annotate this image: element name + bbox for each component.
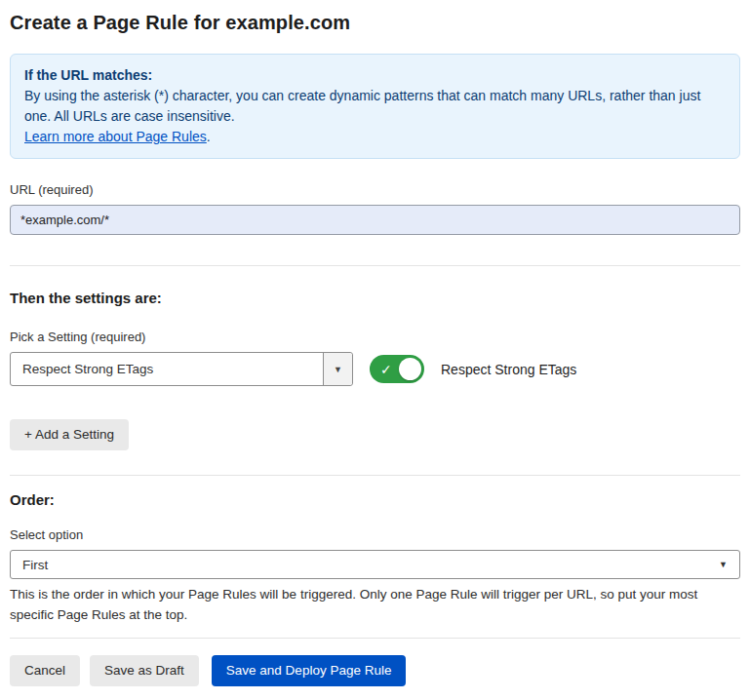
chevron-down-icon: ▼ bbox=[719, 560, 728, 569]
page-title: Create a Page Rule for example.com bbox=[10, 12, 740, 34]
setting-row: Respect Strong ETags ▼ ✓ Respect Strong … bbox=[10, 352, 740, 386]
url-input[interactable] bbox=[10, 205, 740, 235]
order-select-label: Select option bbox=[10, 527, 740, 542]
learn-more-link[interactable]: Learn more about Page Rules bbox=[24, 129, 207, 144]
info-box-body: By using the asterisk (*) character, you… bbox=[24, 86, 726, 127]
setting-toggle-label: Respect Strong ETags bbox=[441, 362, 576, 377]
chevron-down-icon[interactable]: ▼ bbox=[323, 353, 352, 385]
order-help-text: This is the order in which your Page Rul… bbox=[10, 584, 740, 625]
create-page-rule-page: Create a Page Rule for example.com If th… bbox=[0, 0, 750, 686]
toggle-knob bbox=[399, 358, 421, 380]
add-setting-button[interactable]: + Add a Setting bbox=[10, 419, 129, 450]
settings-section-heading: Then the settings are: bbox=[10, 290, 740, 306]
divider bbox=[10, 475, 740, 476]
order-select[interactable]: First ▼ bbox=[10, 550, 740, 579]
footer-actions: Cancel Save as Draft Save and Deploy Pag… bbox=[10, 655, 740, 686]
check-icon: ✓ bbox=[380, 363, 392, 376]
save-as-draft-button[interactable]: Save as Draft bbox=[90, 655, 199, 686]
url-match-info-box: If the URL matches: By using the asteris… bbox=[10, 54, 740, 159]
order-select-value: First bbox=[22, 558, 48, 572]
info-box-link-line: Learn more about Page Rules. bbox=[24, 127, 726, 147]
setting-select[interactable]: Respect Strong ETags ▼ bbox=[10, 352, 353, 386]
info-box-heading: If the URL matches: bbox=[24, 65, 726, 86]
url-label: URL (required) bbox=[10, 182, 740, 197]
save-and-deploy-button[interactable]: Save and Deploy Page Rule bbox=[212, 655, 407, 686]
divider bbox=[10, 265, 740, 266]
setting-select-value: Respect Strong ETags bbox=[22, 362, 153, 376]
divider bbox=[10, 638, 740, 639]
setting-toggle[interactable]: ✓ bbox=[370, 355, 424, 383]
cancel-button[interactable]: Cancel bbox=[10, 655, 80, 686]
pick-setting-label: Pick a Setting (required) bbox=[10, 330, 740, 344]
order-section-heading: Order: bbox=[10, 491, 740, 508]
link-suffix-text: . bbox=[207, 129, 211, 144]
